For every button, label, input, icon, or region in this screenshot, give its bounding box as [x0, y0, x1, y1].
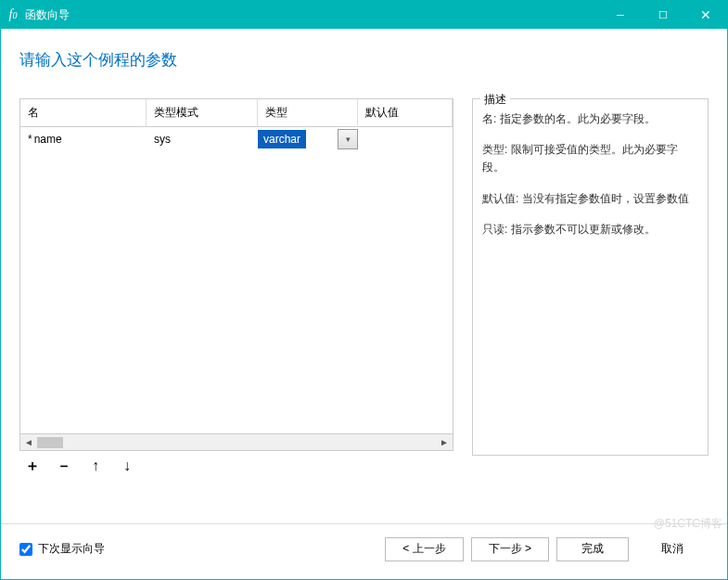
description-name: 名: 指定参数的名。此为必要字段。 [482, 110, 698, 128]
type-dropdown-button[interactable]: ▾ [338, 129, 358, 149]
content-area: 名 类型模式 类型 默认值 *name sys varchar ▾ ◄ [1, 80, 727, 497]
cell-name-value: name [34, 133, 62, 146]
close-button[interactable]: ✕ [684, 1, 727, 29]
titlebar: f0 函数向导 ─ ☐ ✕ [1, 1, 727, 29]
horizontal-scrollbar[interactable]: ◄ ► [20, 433, 453, 450]
finish-button[interactable]: 完成 [556, 537, 629, 561]
description-type: 类型: 限制可接受值的类型。此为必要字段。 [482, 141, 698, 176]
table-body: *name sys varchar ▾ [20, 127, 453, 433]
description-panel: 描述 名: 指定参数的名。此为必要字段。 类型: 限制可接受值的类型。此为必要字… [472, 98, 709, 497]
cell-default[interactable] [358, 136, 453, 142]
minimize-button[interactable]: ─ [599, 1, 642, 29]
remove-row-button[interactable]: － [57, 458, 71, 473]
header-default[interactable]: 默认值 [358, 99, 453, 127]
cell-type[interactable]: varchar ▾ [258, 129, 358, 149]
move-down-button[interactable]: ↓ [120, 458, 134, 473]
cell-name[interactable]: *name [20, 130, 147, 148]
back-button[interactable]: < 上一步 [385, 537, 463, 561]
show-next-time-label: 下次显示向导 [38, 541, 105, 557]
app-icon: f0 [1, 7, 25, 22]
description-default: 默认值: 当没有指定参数值时，设置参数值 [482, 190, 698, 208]
type-selected-value: varchar [258, 130, 306, 148]
parameters-panel: 名 类型模式 类型 默认值 *name sys varchar ▾ ◄ [19, 98, 453, 497]
required-marker: * [28, 133, 32, 146]
move-up-button[interactable]: ↑ [88, 458, 103, 473]
header-name[interactable]: 名 [20, 99, 147, 127]
page-heading: 请输入这个例程的参数 [1, 29, 727, 80]
show-next-time-checkbox[interactable]: 下次显示向导 [19, 541, 377, 557]
show-next-time-input[interactable] [19, 543, 32, 556]
maximize-button[interactable]: ☐ [642, 1, 684, 29]
next-button[interactable]: 下一步 > [471, 537, 549, 561]
description-fieldset: 描述 名: 指定参数的名。此为必要字段。 类型: 限制可接受值的类型。此为必要字… [472, 98, 709, 456]
parameters-table: 名 类型模式 类型 默认值 *name sys varchar ▾ ◄ [19, 98, 453, 451]
window-title: 函数向导 [25, 7, 599, 23]
header-mode[interactable]: 类型模式 [147, 99, 258, 127]
table-row[interactable]: *name sys varchar ▾ [20, 127, 453, 151]
add-row-button[interactable]: ＋ [25, 458, 40, 473]
table-header-row: 名 类型模式 类型 默认值 [20, 99, 453, 127]
row-toolbar: ＋ － ↑ ↓ [19, 451, 453, 481]
description-legend: 描述 [480, 92, 510, 108]
description-readonly: 只读: 指示参数不可以更新或修改。 [482, 221, 698, 238]
header-type[interactable]: 类型 [258, 99, 358, 127]
cancel-button[interactable]: 取消 [636, 537, 709, 561]
cell-mode[interactable]: sys [147, 130, 258, 148]
scroll-right-button[interactable]: ► [436, 434, 453, 451]
scroll-thumb[interactable] [37, 437, 63, 448]
scroll-track[interactable] [37, 436, 436, 449]
scroll-left-button[interactable]: ◄ [20, 434, 37, 451]
footer-bar: 下次显示向导 < 上一步 下一步 > 完成 取消 [1, 523, 727, 574]
